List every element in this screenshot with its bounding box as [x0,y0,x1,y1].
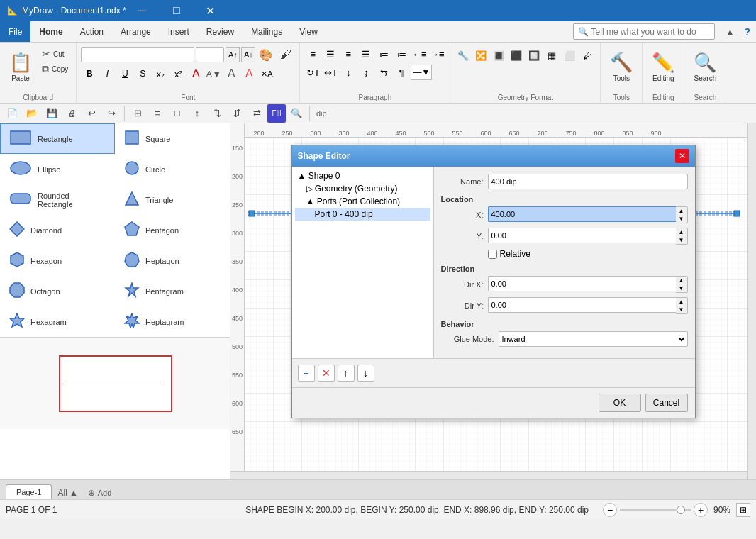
numbered-list-btn[interactable]: ≔ [393,45,410,62]
geo-btn2[interactable]: 🔀 [472,47,489,64]
rotate-text-btn[interactable]: ↻T [304,64,321,81]
dirx-input[interactable] [488,276,676,291]
horizontal-scrollbar[interactable] [230,471,747,479]
shape-item-rounded-rectangle[interactable]: Rounded Rectangle [0,184,115,215]
x-input[interactable] [488,206,676,222]
x-spin-down[interactable]: ▼ [676,215,687,223]
shape-item-pentagram[interactable]: Pentagram [115,276,230,306]
font-size-input[interactable] [196,47,224,62]
zoom-in-button[interactable]: + [694,503,708,517]
shape-item-triangle[interactable]: Triangle [115,184,230,215]
tools-button[interactable]: 🔨 Tools [605,45,638,88]
tree-item-geometry[interactable]: ▷ Geometry (Geometry) [295,182,430,195]
shape-item-hexagon[interactable]: Hexagon [0,245,115,276]
zoom-slider-thumb[interactable] [677,506,685,514]
tb-undo-btn[interactable]: ↩ [82,104,101,123]
add-port-button[interactable]: + [298,365,315,382]
move-up-button[interactable]: ↑ [338,365,355,382]
search-input[interactable] [591,27,710,37]
format-painter-btn[interactable]: 🖌 [277,45,295,64]
tb-fill-btn[interactable]: Fill [267,104,286,123]
geo-btn8[interactable]: 🖊 [579,47,596,64]
tb-new-btn[interactable]: 📄 [3,104,21,123]
font-size-decrease-btn[interactable]: A↓ [241,47,255,62]
font-color-btn[interactable]: A [240,65,257,82]
text-dir2-btn[interactable]: ⇆ [375,64,392,81]
close-button[interactable]: ✕ [194,0,227,21]
help-btn[interactable]: ? [738,21,756,42]
editing-button[interactable]: ✏️ Editing [647,45,679,88]
remove-port-button[interactable]: ✕ [318,365,335,382]
tb-open-btn[interactable]: 📂 [23,104,41,123]
align-right-btn[interactable]: ≡ [340,45,357,62]
tree-item-shape0[interactable]: ▲ Shape 0 [295,170,430,182]
geo-btn6[interactable]: ▦ [543,47,560,64]
dialog-close-button[interactable]: ✕ [675,149,689,163]
menu-home[interactable]: Home [30,21,71,42]
line-select[interactable]: —▼ [411,65,432,80]
diry-spin-up[interactable]: ▲ [676,298,687,306]
show-hide-btn[interactable]: ¶ [393,64,410,81]
copy-button[interactable]: ⧉ Copy [38,62,72,77]
menu-action[interactable]: Action [72,21,112,42]
bullet-list-btn[interactable]: ≔ [375,45,392,62]
shape-item-diamond[interactable]: Diamond [0,215,115,245]
name-input[interactable] [488,174,688,189]
tb-search2-btn[interactable]: 🔍 [287,104,306,123]
dirx-spin-down[interactable]: ▼ [676,284,687,292]
y-input[interactable] [488,228,676,243]
tb-sort4-btn[interactable]: ⇄ [248,104,266,123]
menu-view[interactable]: View [291,21,326,42]
line-spacing-btn[interactable]: ↕ [340,64,357,81]
bold-button[interactable]: B [81,65,98,82]
font-family-input[interactable] [81,47,194,62]
shape-item-rectangle[interactable]: Rectangle [0,123,115,154]
para-spacing-btn[interactable]: ↨ [357,64,374,81]
menu-review[interactable]: Review [198,21,243,42]
dirx-spin-up[interactable]: ▲ [676,277,687,284]
tb-sort3-btn[interactable]: ⇵ [228,104,246,123]
menu-file[interactable]: File [0,21,30,42]
font-bg-btn[interactable]: A [223,65,240,82]
tab-all-button[interactable]: All ▲ [52,487,83,499]
tb-frame-btn[interactable]: □ [168,104,187,123]
strikethrough-button[interactable]: S [134,65,151,82]
align-left-btn[interactable]: ≡ [304,45,321,62]
vertical-scrollbar[interactable] [747,123,756,479]
y-spin-down[interactable]: ▼ [676,236,687,244]
cut-button[interactable]: ✂ Cut [38,47,72,61]
zoom-slider[interactable] [620,509,691,511]
tb-print-btn[interactable]: 🖨 [62,104,81,123]
tb-sort-btn[interactable]: ↕ [188,104,206,123]
paste-button[interactable]: 📋 Paste [4,45,37,88]
align-center-btn[interactable]: ☰ [322,45,339,62]
shape-item-square[interactable]: Square [115,123,230,154]
search-ribbon-button[interactable]: 🔍 Search [689,45,721,88]
geo-btn5[interactable]: 🔲 [526,47,543,64]
move-down-button[interactable]: ↓ [357,365,374,382]
minimize-button[interactable]: ─ [126,0,159,21]
font-style-btn[interactable]: A [187,65,204,82]
menu-mailings[interactable]: Mailings [243,21,291,42]
fit-page-button[interactable]: ⊞ [736,503,750,517]
shape-item-circle[interactable]: Circle [115,154,230,184]
indent-more-btn[interactable]: →≡ [428,45,445,62]
x-spin-up[interactable]: ▲ [676,207,687,215]
relative-checkbox[interactable] [488,250,497,259]
shape-item-heptagon[interactable]: Heptagon [115,245,230,276]
tb-save-btn[interactable]: 💾 [43,104,61,123]
geo-btn1[interactable]: 🔧 [455,47,472,64]
align-justify-btn[interactable]: ☰ [357,45,374,62]
cancel-button[interactable]: Cancel [645,394,688,412]
shape-item-heptagram[interactable]: Heptagram [115,306,230,337]
italic-button[interactable]: I [99,65,116,82]
superscript-button[interactable]: x² [169,65,187,82]
diry-input[interactable] [488,297,676,313]
tree-item-port0[interactable]: Port 0 - 400 dip [295,208,430,221]
tb-sort2-btn[interactable]: ⇅ [208,104,226,123]
clear-format-btn[interactable]: ✕A [258,65,275,82]
indent-less-btn[interactable]: ←≡ [411,45,428,62]
shape-item-octagon[interactable]: Octagon [0,276,115,306]
ok-button[interactable]: OK [599,394,641,412]
underline-button[interactable]: U [116,65,133,82]
